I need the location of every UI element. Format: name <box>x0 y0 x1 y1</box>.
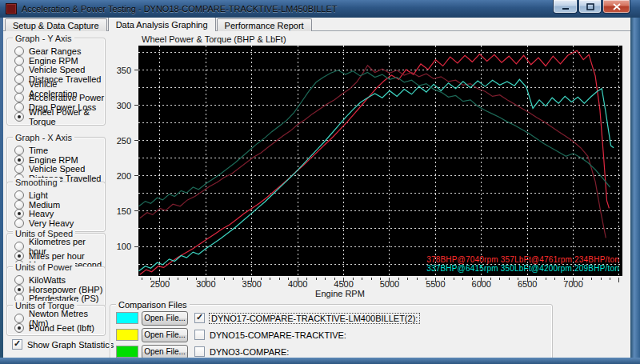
radio-newton-metres-nm[interactable]: Newton Metres (Nm) <box>7 314 105 323</box>
radio-label: Pound Feet (lbft) <box>29 323 94 333</box>
y-tick-label: 350 <box>109 66 131 75</box>
radio-button-icon <box>14 164 24 174</box>
radio-label: Medium <box>29 200 60 210</box>
radio-label: Wheel Power & Torque <box>29 107 105 126</box>
group-graph-y-axis: Graph - Y AxisGear RangesEngine RPMVehic… <box>6 38 106 126</box>
title-bar: Acceleration & Power Testing - DYNO18-CO… <box>0 0 640 18</box>
graph-statistics-line-2: 337BHP@6415rpm 350LbFt@4200rpm 209BHP/to… <box>426 264 619 273</box>
radio-medium[interactable]: Medium <box>7 200 105 210</box>
radio-label: Miles per hour <box>29 251 85 261</box>
x-tick-label: 6500 <box>511 279 543 289</box>
comparison-file-label: DYNO17-COMPARE-TRACKTIVE-LM400BILLET(2): <box>210 314 419 323</box>
radio-button-icon <box>14 323 24 333</box>
group-title: Graph - Y Axis <box>13 34 74 43</box>
open-file-button-label: Open File... <box>144 330 186 339</box>
tab-setup-data-capture[interactable]: Setup & Data Capture <box>5 18 107 31</box>
radio-label: Very Heavy <box>29 218 74 228</box>
close-icon <box>613 3 621 10</box>
trace-colour-swatch[interactable] <box>116 329 138 341</box>
radio-kilometres-per-hour[interactable]: Kilometres per hour <box>7 242 105 251</box>
radio-engine-rpm[interactable]: Engine RPM <box>7 155 105 165</box>
window-border-left <box>0 18 3 364</box>
radio-button-icon <box>14 218 24 228</box>
radio-button-icon <box>14 155 24 165</box>
tab-performance-report[interactable]: Performance Report <box>217 18 312 31</box>
chart-svg <box>138 46 622 276</box>
radio-button-icon <box>14 146 24 155</box>
y-axis-ticks <box>132 46 138 276</box>
radio-horsepower-bhp[interactable]: Horsepower (BHP) <box>7 285 105 294</box>
chart-title: Wheel Power & Torque (BHP & LbFt) <box>142 34 286 44</box>
trace-colour-swatch[interactable] <box>116 346 138 358</box>
radio-engine-rpm[interactable]: Engine RPM <box>7 56 105 66</box>
y-tick-label: 150 <box>109 206 131 216</box>
radio-vehicle-speed[interactable]: Vehicle Speed <box>7 65 105 74</box>
radio-gear-ranges[interactable]: Gear Ranges <box>7 46 105 56</box>
x-tick-label: 7000 <box>558 279 590 289</box>
show-graph-statistics-label: Show Graph Statistics <box>27 340 114 350</box>
comparison-file-checkbox[interactable] <box>194 313 205 323</box>
window-controls <box>552 0 630 14</box>
radio-pound-feet-lbft[interactable]: Pound Feet (lbft) <box>7 323 105 333</box>
radio-button-icon <box>14 314 24 323</box>
group-units-of-torque: Units of TorqueNewton Metres (Nm)Pound F… <box>6 305 106 336</box>
tab-label: Performance Report <box>225 21 304 30</box>
radio-vehicle-acceleration[interactable]: Vehicle Acceleration <box>7 84 105 94</box>
radio-button-icon <box>14 56 24 66</box>
open-file-button[interactable]: Open File... <box>142 311 188 326</box>
x-axis-label: Engine RPM <box>300 289 380 298</box>
y-tick-label: 300 <box>109 101 131 110</box>
radio-label: Time <box>29 146 48 155</box>
close-button[interactable] <box>602 0 630 14</box>
radio-button-icon <box>14 251 24 261</box>
open-file-button[interactable]: Open File... <box>142 345 188 359</box>
radio-time[interactable]: Time <box>7 146 105 155</box>
radio-light[interactable]: Light <box>7 190 105 200</box>
series-comparison-file-power-bhp <box>139 79 614 270</box>
radio-button-icon <box>14 46 24 56</box>
show-graph-statistics-checkbox[interactable]: Show Graph Statistics <box>12 339 114 350</box>
comparison-row-1: Open File...DYNO17-COMPARE-TRACKTIVE-LM4… <box>110 310 552 326</box>
radio-heavy[interactable]: Heavy <box>7 209 105 218</box>
radio-label: Light <box>29 190 48 200</box>
radio-button-icon <box>14 275 24 285</box>
radio-accelerative-power[interactable]: Accelerative Power <box>7 93 105 102</box>
radio-button-icon <box>14 102 24 112</box>
radio-label: Engine RPM <box>29 155 78 165</box>
comparison-file-checkbox[interactable] <box>194 346 205 357</box>
x-tick-label: 6000 <box>466 279 498 289</box>
radio-label: Gear Ranges <box>29 46 81 56</box>
group-smoothing: SmoothingLightMediumHeavyVery Heavy <box>6 182 106 232</box>
y-tick-label: 100 <box>109 242 131 251</box>
y-ticks-svg <box>132 46 138 276</box>
open-file-button[interactable]: Open File... <box>142 328 188 342</box>
window-border-right <box>630 18 640 364</box>
comparison-files-group: Comparison Files Open File...DYNO17-COMP… <box>110 304 553 364</box>
tab-strip: Setup & Data CaptureData Analysis Graphi… <box>5 18 313 31</box>
minimize-button[interactable] <box>553 0 578 14</box>
comparison-file-checkbox[interactable] <box>194 330 205 340</box>
group-title: Units of Power <box>13 262 75 272</box>
radio-button-icon <box>14 112 24 122</box>
radio-button-icon <box>14 209 24 218</box>
group-title: Units of Speed <box>13 229 75 238</box>
trace-colour-swatch[interactable] <box>116 312 138 324</box>
tab-label: Data Analysis Graphing <box>116 20 208 30</box>
y-tick-label: 200 <box>109 171 131 181</box>
x-tick-label: 4500 <box>328 279 360 289</box>
chart-plot-area <box>138 46 622 276</box>
radio-kilowatts[interactable]: KiloWatts <box>7 275 105 285</box>
radio-button-icon <box>14 74 24 84</box>
tab-data-analysis-graphing[interactable]: Data Analysis Graphing <box>108 17 216 31</box>
radio-label: Horsepower (BHP) <box>29 285 102 294</box>
graph-statistics-line-1: 378BHP@7040rpm 357LbFt@4761rpm 234BHP/to… <box>426 255 619 264</box>
radio-button-icon <box>14 84 24 94</box>
radio-very-heavy[interactable]: Very Heavy <box>7 218 105 228</box>
x-tick-label: 3500 <box>236 279 268 289</box>
maximize-button[interactable] <box>578 0 602 14</box>
radio-wheel-power-torque[interactable]: Wheel Power & Torque <box>7 112 105 122</box>
app-icon <box>6 3 17 14</box>
open-file-button-label: Open File... <box>144 347 186 356</box>
radio-vehicle-speed[interactable]: Vehicle Speed <box>7 164 105 174</box>
maximize-icon <box>586 3 594 10</box>
